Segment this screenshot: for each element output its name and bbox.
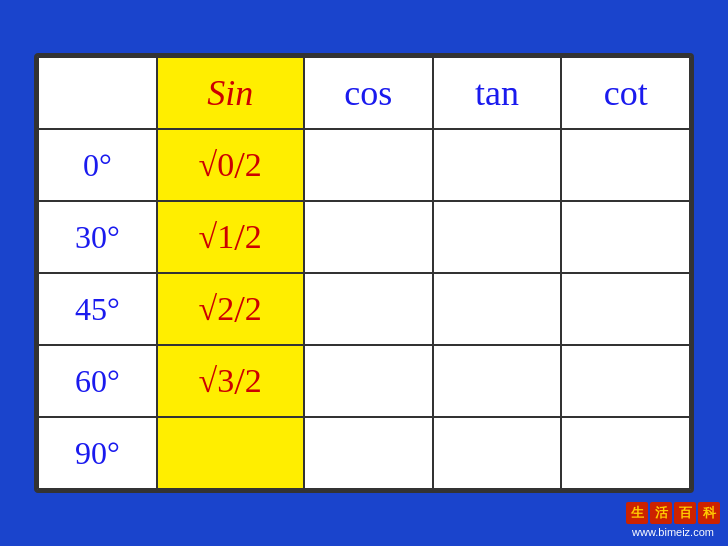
tan-60 xyxy=(433,345,562,417)
row-60deg: 60° √3/2 xyxy=(38,345,690,417)
angle-0: 0° xyxy=(38,129,157,201)
wm-char-4: 科 xyxy=(698,502,720,524)
watermark: 生 活 百 科 www.bimeiz.com xyxy=(626,502,720,538)
angle-45: 45° xyxy=(38,273,157,345)
cos-60 xyxy=(304,345,433,417)
angle-30: 30° xyxy=(38,201,157,273)
header-cot: cot xyxy=(561,57,690,129)
row-90deg: 90° xyxy=(38,417,690,489)
tan-0 xyxy=(433,129,562,201)
wm-char-1: 生 xyxy=(626,502,648,524)
sin-60: √3/2 xyxy=(157,345,304,417)
sin-0: √0/2 xyxy=(157,129,304,201)
cos-45 xyxy=(304,273,433,345)
tan-90 xyxy=(433,417,562,489)
cot-0 xyxy=(561,129,690,201)
wm-char-2: 活 xyxy=(650,502,672,524)
angle-60: 60° xyxy=(38,345,157,417)
header-cos: cos xyxy=(304,57,433,129)
sin-30-value: √1/2 xyxy=(199,215,262,259)
row-45deg: 45° √2/2 xyxy=(38,273,690,345)
trig-table-container: Sin cos tan cot 0° √0/2 xyxy=(34,53,694,493)
cot-60 xyxy=(561,345,690,417)
trig-table: Sin cos tan cot 0° √0/2 xyxy=(37,56,691,490)
header-empty xyxy=(38,57,157,129)
sin-60-value: √3/2 xyxy=(199,359,262,403)
header-tan: tan xyxy=(433,57,562,129)
page-container: Sin cos tan cot 0° √0/2 xyxy=(0,0,728,546)
row-30deg: 30° √1/2 xyxy=(38,201,690,273)
watermark-chars: 生 活 百 科 xyxy=(626,502,720,524)
cos-0 xyxy=(304,129,433,201)
row-0deg: 0° √0/2 xyxy=(38,129,690,201)
sin-0-value: √0/2 xyxy=(199,143,262,187)
cot-90 xyxy=(561,417,690,489)
sin-30: √1/2 xyxy=(157,201,304,273)
sin-45-value: √2/2 xyxy=(199,287,262,331)
watermark-url: www.bimeiz.com xyxy=(632,526,714,538)
cos-90 xyxy=(304,417,433,489)
header-row: Sin cos tan cot xyxy=(38,57,690,129)
sin-90 xyxy=(157,417,304,489)
cot-45 xyxy=(561,273,690,345)
sin-45: √2/2 xyxy=(157,273,304,345)
tan-30 xyxy=(433,201,562,273)
wm-char-3: 百 xyxy=(674,502,696,524)
tan-45 xyxy=(433,273,562,345)
header-sin: Sin xyxy=(157,57,304,129)
cot-30 xyxy=(561,201,690,273)
cos-30 xyxy=(304,201,433,273)
angle-90: 90° xyxy=(38,417,157,489)
